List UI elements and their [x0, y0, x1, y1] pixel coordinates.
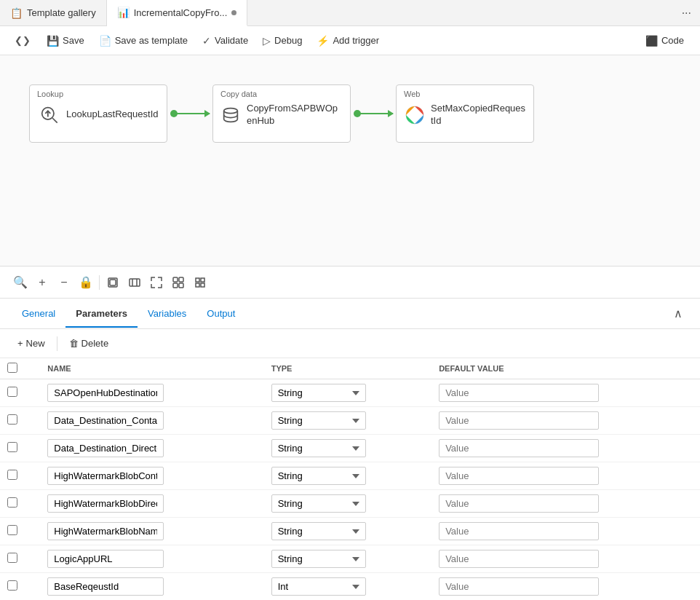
save-button[interactable]: 💾 Save	[41, 32, 90, 50]
row-checkbox-cell	[0, 435, 40, 462]
row-value-cell	[431, 490, 700, 518]
row-checkbox-2[interactable]	[7, 442, 17, 452]
row-name-cell	[40, 407, 263, 435]
panel-tabs: General Parameters Variables Output ∧	[0, 299, 700, 329]
row-type-select-6[interactable]: StringIntBoolArrayObjectFloatSecureStrin…	[271, 550, 366, 568]
row-type-select-7[interactable]: StringIntBoolArrayObjectFloatSecureStrin…	[271, 577, 366, 596]
row-name-input-1[interactable]	[47, 411, 164, 430]
row-value-input-5[interactable]	[439, 522, 599, 540]
svg-rect-13	[173, 283, 178, 288]
row-name-input-3[interactable]	[47, 467, 164, 485]
row-name-cell	[40, 545, 263, 573]
zoom-lock-button[interactable]: 🔒	[76, 272, 96, 293]
validate-button[interactable]: ✓ Validate	[196, 32, 254, 50]
row-value-input-2[interactable]	[439, 439, 599, 457]
canvas-area[interactable]: Lookup LookupLastRequestId Copy data	[0, 55, 700, 267]
row-value-input-3[interactable]	[439, 467, 599, 485]
table-row: StringIntBoolArrayObjectFloatSecureStrin…	[0, 462, 700, 490]
row-type-select-3[interactable]: StringIntBoolArrayObjectFloatSecureStrin…	[271, 467, 366, 485]
new-parameter-button[interactable]: + New	[12, 335, 51, 352]
row-checkbox-6[interactable]	[7, 553, 17, 563]
row-checkbox-3[interactable]	[7, 470, 17, 480]
zoom-fit4-button[interactable]	[168, 272, 188, 293]
svg-rect-11	[173, 277, 178, 282]
add-trigger-button[interactable]: ⚡ Add trigger	[311, 32, 385, 50]
row-name-input-6[interactable]	[47, 550, 164, 568]
delete-parameter-button[interactable]: 🗑 Delete	[63, 335, 115, 352]
lookup-node-name: LookupLastRequestId	[66, 108, 158, 121]
row-checkbox-7[interactable]	[7, 580, 17, 591]
row-value-input-4[interactable]	[439, 494, 599, 513]
svg-rect-18	[201, 283, 204, 287]
zoom-fit3-button[interactable]	[146, 272, 167, 293]
row-value-input-6[interactable]	[439, 550, 599, 568]
zoom-in-button[interactable]: +	[32, 272, 52, 293]
tab-incremental-copy-icon: 📊	[117, 7, 130, 18]
tab-parameters[interactable]: Parameters	[65, 301, 138, 328]
svg-point-3	[224, 108, 238, 114]
col-header-value: DEFAULT VALUE	[431, 358, 700, 379]
copy-data-node[interactable]: Copy data CopyFromSAPBWOpenHub	[212, 84, 351, 143]
zoom-separator-1	[99, 275, 100, 290]
debug-label: Debug	[274, 35, 302, 46]
web-node-name: SetMaxCopiedRequestId	[431, 103, 526, 127]
row-value-cell	[431, 573, 700, 601]
row-name-input-5[interactable]	[47, 522, 164, 540]
row-type-select-1[interactable]: StringIntBoolArrayObjectFloatSecureStrin…	[271, 411, 366, 430]
debug-button[interactable]: ▷ Debug	[257, 32, 308, 50]
zoom-out-button[interactable]: −	[54, 272, 74, 293]
save-as-template-button[interactable]: 📄 Save as template	[93, 32, 194, 50]
row-name-input-0[interactable]	[47, 384, 164, 402]
row-checkbox-cell	[0, 490, 40, 518]
panel-collapse-button[interactable]: ∧	[668, 304, 688, 323]
tab-variables[interactable]: Variables	[138, 301, 196, 328]
row-type-select-4[interactable]: StringIntBoolArrayObjectFloatSecureStrin…	[271, 494, 366, 513]
row-value-input-1[interactable]	[439, 411, 599, 430]
delete-label: Delete	[81, 338, 109, 349]
row-type-select-5[interactable]: StringIntBoolArrayObjectFloatSecureStrin…	[271, 522, 366, 540]
lookup-node-type: Lookup	[37, 90, 159, 98]
code-button[interactable]: ⬛ Code	[640, 32, 690, 50]
tab-template-gallery-icon: 📋	[10, 7, 23, 19]
row-type-cell: StringIntBoolArrayObjectFloatSecureStrin…	[264, 407, 432, 435]
parameters-panel: + New 🗑 Delete NAME TYPE DEFAULT VALUE	[0, 329, 700, 600]
lookup-node[interactable]: Lookup LookupLastRequestId	[29, 84, 167, 143]
row-value-input-0[interactable]	[439, 384, 599, 402]
svg-rect-8	[130, 279, 140, 286]
tab-output[interactable]: Output	[196, 301, 245, 328]
zoom-fit1-button[interactable]	[103, 272, 123, 293]
tab-incremental-copy[interactable]: 📊 IncrementalCopyFro...	[107, 0, 248, 26]
row-checkbox-4[interactable]	[7, 497, 17, 508]
row-name-cell	[40, 573, 263, 601]
more-options-button[interactable]: ···	[673, 7, 700, 20]
copy-data-node-name: CopyFromSAPBWOpenHub	[247, 103, 343, 127]
row-type-cell: StringIntBoolArrayObjectFloatSecureStrin…	[264, 379, 432, 407]
row-name-input-7[interactable]	[47, 577, 164, 596]
row-name-input-2[interactable]	[47, 439, 164, 457]
select-all-checkbox[interactable]	[7, 363, 17, 373]
zoom-fit2-button[interactable]	[124, 272, 145, 293]
table-row: StringIntBoolArrayObjectFloatSecureStrin…	[0, 518, 700, 545]
row-type-select-0[interactable]: StringIntBoolArrayObjectFloatSecureStrin…	[271, 384, 366, 402]
svg-point-5	[413, 113, 417, 117]
row-type-cell: StringIntBoolArrayObjectFloatSecureStrin…	[264, 573, 432, 601]
row-value-input-7[interactable]	[439, 577, 599, 596]
tab-general[interactable]: General	[12, 301, 65, 328]
title-bar: 📋 Template gallery 📊 IncrementalCopyFro.…	[0, 0, 700, 26]
save-template-icon: 📄	[99, 35, 111, 47]
web-node[interactable]: Web SetMaxCopiedRequestId	[396, 84, 534, 143]
row-type-cell: StringIntBoolArrayObjectFloatSecureStrin…	[264, 435, 432, 462]
toolbar: ❮❯ 💾 Save 📄 Save as template ✓ Validate …	[0, 26, 700, 55]
zoom-grid-button[interactable]	[190, 272, 210, 293]
row-checkbox-0[interactable]	[7, 387, 17, 397]
zoom-search-button[interactable]: 🔍	[10, 272, 31, 293]
new-icon: +	[17, 338, 23, 349]
row-checkbox-5[interactable]	[7, 525, 17, 535]
tab-template-gallery[interactable]: 📋 Template gallery	[0, 0, 107, 26]
sidebar-toggle-button[interactable]: ❮❯	[10, 32, 35, 49]
lookup-node-body: LookupLastRequestId	[37, 103, 159, 126]
row-checkbox-1[interactable]	[7, 414, 17, 425]
svg-rect-16	[201, 278, 204, 282]
row-type-select-2[interactable]: StringIntBoolArrayObjectFloatSecureStrin…	[271, 439, 366, 457]
row-name-input-4[interactable]	[47, 494, 164, 513]
